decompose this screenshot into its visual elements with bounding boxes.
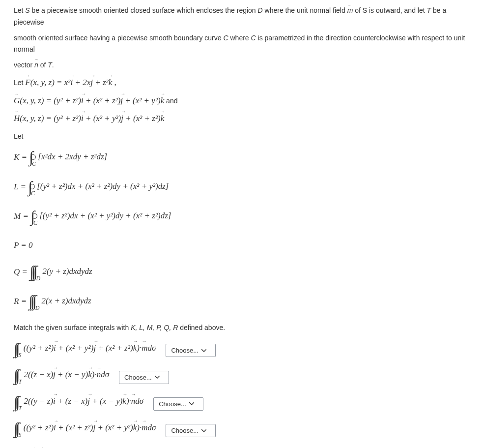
question-content: Let S be a piecewise smooth oriented clo… [0,0,483,448]
eq-R: R = ∫∫∫D 2(x + z)dxdydz [14,290,469,316]
let-label: Let [14,132,469,140]
select-1[interactable]: Choose... [166,344,216,357]
eq-M: M = ∫C [(y² + z²)dx + (x² + y²)dy + (x² … [14,205,469,231]
eq-P: P = 0 [14,235,469,256]
chevron-down-icon [201,429,206,432]
select-3[interactable]: Choose... [153,397,203,411]
intro-line-1: Let S be a piecewise smooth oriented clo… [14,5,469,29]
match-instruction: Match the given surface integrals with K… [14,324,469,331]
match-row-3: ∫∫T 2((y − z)i + (z − x)j + (x − y)k)·nd… [14,394,469,413]
eq-L: L = ∫C [(y² + z²)dx + (x² + z²)dy + (x² … [14,176,469,201]
chevron-down-icon [155,376,160,379]
def-G: G(x, y, z) = (y² + z²)i + (x² + z²)j + (… [14,93,469,109]
match-row-1: ∫∫S ((y² + z²)i + (x² + y²)j + (x² + z²)… [14,341,469,360]
intro-line-2: smooth oriented surface having a piecewi… [14,32,469,56]
eq-Q: Q = ∫∫∫D 2(y + z)dxdydz [14,261,469,286]
def-F: Let F(x, y, z) = x²i + 2xj + z²k , [14,75,469,90]
match-row-4: ∫∫S ((y² + z²)i + (x² + z²)j + (x² + y²)… [14,421,469,440]
intro-line-3: vector n of T. [14,60,469,71]
chevron-down-icon [189,402,194,405]
chevron-down-icon [201,349,206,352]
select-2[interactable]: Choose... [119,371,169,384]
def-H: H(x, y, z) = (y² + z²)i + (x² + y²)j + (… [14,111,469,126]
match-row-2: ∫∫T 2((z − x)j + (x − y)k)·ndσ Choose... [14,368,469,387]
select-4[interactable]: Choose... [166,424,216,437]
eq-K: K = ∫C [x²dx + 2xdy + z²dz] [14,146,469,172]
